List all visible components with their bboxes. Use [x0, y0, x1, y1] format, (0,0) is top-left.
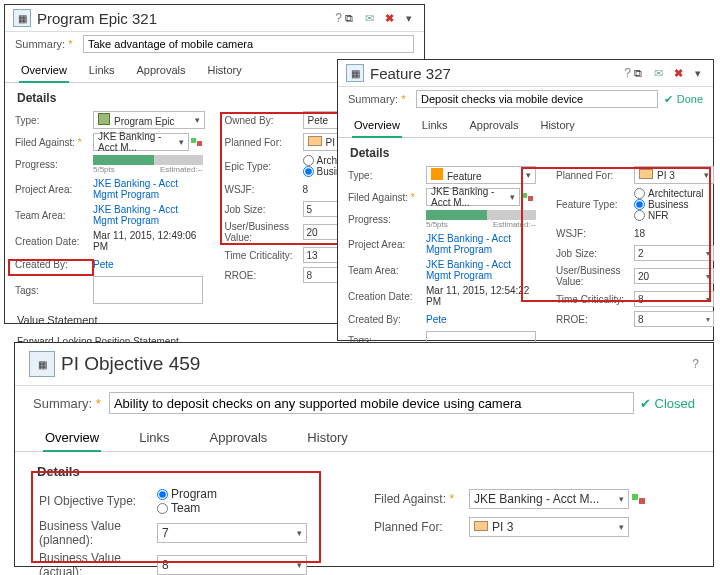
team-label: Team Area:	[15, 210, 93, 221]
progress-label: Progress:	[348, 214, 426, 225]
ubv-select[interactable]: 20	[634, 268, 714, 284]
filed-label: Filed Against: *	[374, 492, 469, 506]
planned-label: Planned For:	[374, 520, 469, 534]
tab-history[interactable]: History	[538, 115, 576, 137]
ftype-arch[interactable]: Architectural	[634, 188, 714, 199]
details-header: Details	[338, 138, 713, 164]
rroe-label: RROE:	[556, 314, 634, 325]
summary-input[interactable]	[416, 90, 658, 108]
svg-rect-3	[528, 196, 533, 201]
titlebar: ▦ Program Epic 321 ? ⧉ ✉ ✖ ▾	[5, 5, 424, 32]
menu-icon[interactable]: ▾	[691, 66, 705, 80]
type-select[interactable]: Program Epic	[93, 111, 205, 129]
mail-icon[interactable]: ✉	[362, 11, 376, 25]
cdate-label: Creation Date:	[15, 236, 93, 247]
job-label: Job Size:	[225, 204, 303, 215]
rroe-select[interactable]: 8	[634, 311, 714, 327]
planned-select[interactable]: PI 3	[634, 166, 714, 184]
tags-label: Tags:	[15, 285, 93, 296]
tab-approvals[interactable]: Approvals	[208, 426, 270, 451]
cdate-label: Creation Date:	[348, 291, 426, 302]
cdate-value: Mar 11, 2015, 12:49:06 PM	[93, 230, 205, 252]
planned-select[interactable]: PI 3	[469, 517, 629, 537]
filed-select[interactable]: JKE Banking - Acct M...	[93, 133, 189, 151]
project-link[interactable]: JKE Banking - Acct Mgmt Program	[93, 178, 205, 200]
help-icon[interactable]: ?	[335, 11, 342, 25]
tab-approvals[interactable]: Approvals	[468, 115, 521, 137]
job-select[interactable]: 2	[634, 245, 714, 261]
close-icon[interactable]: ✖	[671, 66, 685, 80]
filed-select[interactable]: JKE Banking - Acct M...	[469, 489, 629, 509]
team-link[interactable]: JKE Banking - Acct Mgmt Program	[93, 204, 205, 226]
feature-window: ▦ Feature 327 ? ⧉ ✉ ✖ ▾ Summary: * Done …	[337, 59, 714, 341]
filed-select[interactable]: JKE Banking - Acct M...	[426, 188, 520, 206]
ubv-label: User/Business Value:	[556, 265, 634, 287]
pitype-program[interactable]: Program	[157, 487, 354, 501]
cby-link[interactable]: Pete	[426, 314, 536, 325]
closed-status: Closed	[640, 396, 695, 411]
planned-label: Planned For:	[225, 137, 303, 148]
pi-objective-window: ▦ PI Objective 459 ? Summary: * Closed O…	[14, 342, 714, 567]
pitype-label: PI Objective Type:	[39, 494, 157, 508]
filed-pair-icon[interactable]	[629, 490, 649, 508]
filed-label: Filed Against: *	[348, 192, 426, 203]
type-label: Type:	[15, 115, 93, 126]
project-link[interactable]: JKE Banking - Acct Mgmt Program	[426, 233, 536, 255]
team-label: Team Area:	[348, 265, 426, 276]
cdate-value: Mar 11, 2015, 12:54:22 PM	[426, 285, 536, 307]
summary-input[interactable]	[109, 392, 634, 414]
tags-input[interactable]	[93, 276, 203, 304]
tab-overview[interactable]: Overview	[19, 60, 69, 82]
tab-history[interactable]: History	[305, 426, 349, 451]
close-icon[interactable]: ✖	[382, 11, 396, 25]
help-icon[interactable]: ?	[624, 66, 631, 80]
epictype-label: Epic Type:	[225, 161, 303, 172]
summary-label: Summary: *	[33, 396, 103, 411]
type-label: Type:	[348, 170, 426, 181]
details-header: Details	[15, 452, 713, 485]
bvp-select[interactable]: 7	[157, 523, 307, 543]
filed-pair-icon[interactable]	[189, 135, 205, 149]
svg-rect-1	[197, 141, 202, 146]
copy-icon[interactable]: ⧉	[631, 66, 645, 80]
feature-type-icon: ▦	[346, 64, 364, 82]
bva-select[interactable]: 8	[157, 555, 307, 575]
copy-icon[interactable]: ⧉	[342, 11, 356, 25]
tab-overview[interactable]: Overview	[43, 426, 101, 451]
wsjf-value: 18	[634, 228, 714, 239]
ftype-business[interactable]: Business	[634, 199, 714, 210]
filed-pair-icon[interactable]	[520, 190, 536, 204]
progress-label: Progress:	[15, 159, 93, 170]
tc-label: Time Criticality:	[556, 294, 634, 305]
owned-label: Owned By:	[225, 115, 303, 126]
project-label: Project Area:	[348, 239, 426, 250]
ftype-nfr[interactable]: NFR	[634, 210, 714, 221]
cby-label: Created By:	[15, 259, 93, 270]
svg-rect-2	[522, 193, 527, 198]
type-select[interactable]: Feature	[426, 166, 536, 184]
tab-overview[interactable]: Overview	[352, 115, 402, 137]
tab-links[interactable]: Links	[420, 115, 450, 137]
progress-bar	[426, 210, 536, 220]
progress-bar	[93, 155, 203, 165]
help-icon[interactable]: ?	[692, 357, 699, 371]
tc-select[interactable]: 8	[634, 291, 714, 307]
piobj-type-icon: ▦	[29, 351, 55, 377]
tab-links[interactable]: Links	[87, 60, 117, 82]
mail-icon[interactable]: ✉	[651, 66, 665, 80]
menu-icon[interactable]: ▾	[402, 11, 416, 25]
summary-label: Summary: *	[348, 93, 410, 105]
wsjf-label: WSJF:	[225, 184, 303, 195]
team-link[interactable]: JKE Banking - Acct Mgmt Program	[426, 259, 536, 281]
filed-label: Filed Against: *	[15, 137, 93, 148]
epic-type-icon: ▦	[13, 9, 31, 27]
summary-input[interactable]	[83, 35, 414, 53]
ubv-label: User/Business Value:	[225, 221, 303, 243]
cby-link[interactable]: Pete	[93, 259, 205, 270]
window-title: Program Epic 321	[37, 10, 331, 27]
tab-history[interactable]: History	[205, 60, 243, 82]
tab-approvals[interactable]: Approvals	[135, 60, 188, 82]
tab-links[interactable]: Links	[137, 426, 171, 451]
summary-label: Summary: *	[15, 38, 77, 50]
pitype-team[interactable]: Team	[157, 501, 354, 515]
